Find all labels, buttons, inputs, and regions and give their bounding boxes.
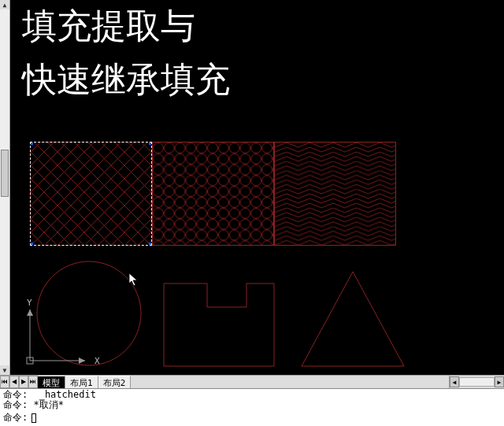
tab-last-button[interactable]: ⏭ — [28, 376, 38, 388]
hatch-samples-row — [30, 142, 396, 246]
horizontal-scrollbar[interactable]: ◀ ▶ — [449, 376, 504, 388]
command-panel: 命令: _hatchedit 命令: *取消* 命令: — [0, 388, 504, 426]
scroll-down-button[interactable]: ▼ — [0, 365, 9, 375]
drawing-title: 填充提取与 快速继承填充 — [22, 0, 230, 107]
tab-model[interactable]: 模型 — [38, 376, 65, 388]
text-caret-icon — [32, 413, 36, 423]
hscroll-right-button[interactable]: ▶ — [495, 376, 504, 387]
layout-tab-bar: ⏮ ◀ ▶ ⏭ 模型 布局1 布局2 ◀ ▶ — [0, 375, 504, 388]
tab-prev-button[interactable]: ◀ — [9, 376, 19, 388]
tab-first-button[interactable]: ⏮ — [0, 376, 9, 388]
title-line-2: 快速继承填充 — [22, 54, 230, 107]
viewport-row: ▲ ▼ 填充提取与 快速继承填充 — [0, 0, 504, 375]
hscroll-left-button[interactable]: ◀ — [450, 376, 459, 387]
hatch-pattern-circles — [153, 143, 273, 245]
tab-nav-buttons: ⏮ ◀ ▶ ⏭ — [0, 376, 38, 388]
tab-spacer — [131, 376, 449, 388]
command-history-line: 命令: *取消* — [3, 399, 64, 410]
ucs-y-label: Y — [27, 298, 32, 308]
scroll-up-button[interactable]: ▲ — [0, 0, 9, 9]
svg-marker-6 — [27, 309, 33, 316]
shape-triangle[interactable] — [302, 272, 404, 366]
svg-marker-4 — [79, 357, 85, 364]
mouse-cursor-icon — [128, 272, 139, 289]
command-prompt[interactable]: 命令: — [0, 411, 504, 426]
scroll-thumb[interactable] — [1, 150, 9, 197]
ucs-x-label: X — [94, 356, 100, 366]
svg-rect-2 — [275, 143, 395, 245]
title-line-1: 填充提取与 — [22, 0, 230, 54]
svg-rect-1 — [153, 143, 273, 245]
hatch-sample-2[interactable] — [152, 142, 274, 246]
shape-notched-rect[interactable] — [164, 283, 274, 366]
hscroll-track[interactable] — [459, 377, 495, 387]
grip-icon[interactable] — [30, 243, 33, 246]
vertical-scrollbar[interactable]: ▲ ▼ — [0, 0, 10, 375]
ucs-icon: X Y — [22, 298, 101, 369]
drawing-canvas[interactable]: 填充提取与 快速继承填充 — [10, 0, 504, 375]
tab-next-button[interactable]: ▶ — [19, 376, 28, 388]
hatch-sample-1[interactable] — [30, 142, 152, 246]
hatch-sample-3[interactable] — [274, 142, 396, 246]
app-root: ▲ ▼ 填充提取与 快速继承填充 — [0, 0, 504, 426]
command-prompt-label: 命令: — [3, 411, 33, 424]
command-history: 命令: _hatchedit 命令: *取消* — [0, 389, 504, 411]
tab-layout1[interactable]: 布局1 — [65, 376, 98, 388]
hatch-pattern-herringbone-narrow — [275, 143, 395, 245]
command-history-line: 命令: _hatchedit — [3, 389, 96, 400]
tab-layout2[interactable]: 布局2 — [98, 376, 132, 388]
